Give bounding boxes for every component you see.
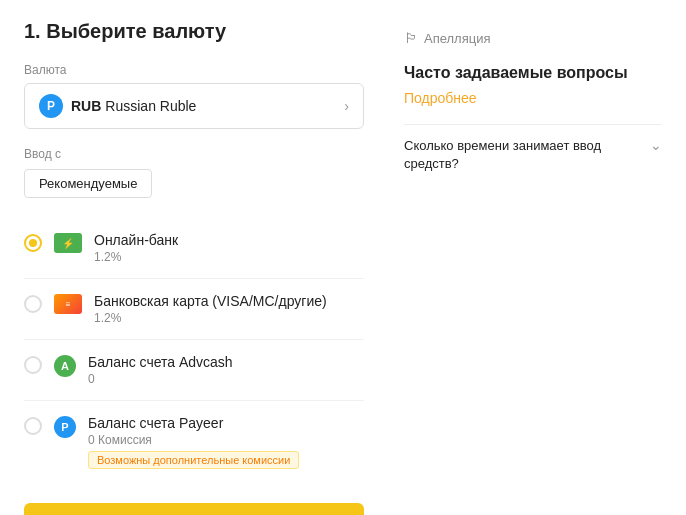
advcash-fee: 0 [88, 372, 364, 386]
page-title: 1. Выберите валюту [24, 20, 364, 43]
card-name: Банковская карта (VISA/MC/другие) [94, 293, 364, 309]
more-link[interactable]: Подробнее [404, 90, 662, 106]
appeal-label: Апелляция [424, 31, 490, 46]
radio-advcash[interactable] [24, 356, 42, 374]
chevron-right-icon: › [344, 98, 349, 114]
faq-title: Часто задаваемые вопросы [404, 64, 662, 82]
advcash-icon: A [54, 355, 76, 377]
faq-item-1[interactable]: Сколько времени занимает ввод средств? ⌄ [404, 124, 662, 185]
input-from-label: Ввод с [24, 147, 364, 161]
recommended-button[interactable]: Рекомендуемые [24, 169, 152, 198]
currency-icon: P [39, 94, 63, 118]
faq-chevron-icon: ⌄ [650, 137, 662, 153]
faq-question-1: Сколько времени занимает ввод средств? [404, 137, 640, 173]
bank-icon: ⚡ [54, 233, 82, 253]
payment-option-advcash[interactable]: A Баланс счета Advcash 0 [24, 340, 364, 401]
payment-option-card[interactable]: ≡ Банковская карта (VISA/MC/другие) 1.2% [24, 279, 364, 340]
online-bank-info: Онлайн-банк 1.2% [94, 232, 364, 264]
online-bank-fee: 1.2% [94, 250, 364, 264]
advcash-info: Баланс счета Advcash 0 [88, 354, 364, 386]
appeal-icon: 🏳 [404, 30, 418, 46]
currency-name: RUBRussian Ruble [71, 98, 196, 114]
payeer-info: Баланс счета Payeer 0 Комиссия Возможны … [88, 415, 364, 469]
continue-button[interactable]: Продолжить [24, 503, 364, 515]
radio-card[interactable] [24, 295, 42, 313]
currency-selector[interactable]: P RUBRussian Ruble › [24, 83, 364, 129]
payment-options-list: ⚡ Онлайн-банк 1.2% ≡ Банковская карта (V… [24, 218, 364, 483]
radio-online-bank[interactable] [24, 234, 42, 252]
online-bank-name: Онлайн-банк [94, 232, 364, 248]
card-info: Банковская карта (VISA/MC/другие) 1.2% [94, 293, 364, 325]
payeer-icon: P [54, 416, 76, 438]
advcash-name: Баланс счета Advcash [88, 354, 364, 370]
currency-label: Валюта [24, 63, 364, 77]
appeal-section: 🏳 Апелляция [404, 30, 662, 46]
card-fee: 1.2% [94, 311, 364, 325]
payeer-name: Баланс счета Payeer [88, 415, 364, 431]
card-icon: ≡ [54, 294, 82, 314]
commission-badge: Возможны дополнительные комиссии [88, 451, 299, 469]
payeer-fee: 0 Комиссия [88, 433, 364, 447]
payment-option-online-bank[interactable]: ⚡ Онлайн-банк 1.2% [24, 218, 364, 279]
payment-option-payeer[interactable]: P Баланс счета Payeer 0 Комиссия Возможн… [24, 401, 364, 483]
radio-payeer[interactable] [24, 417, 42, 435]
